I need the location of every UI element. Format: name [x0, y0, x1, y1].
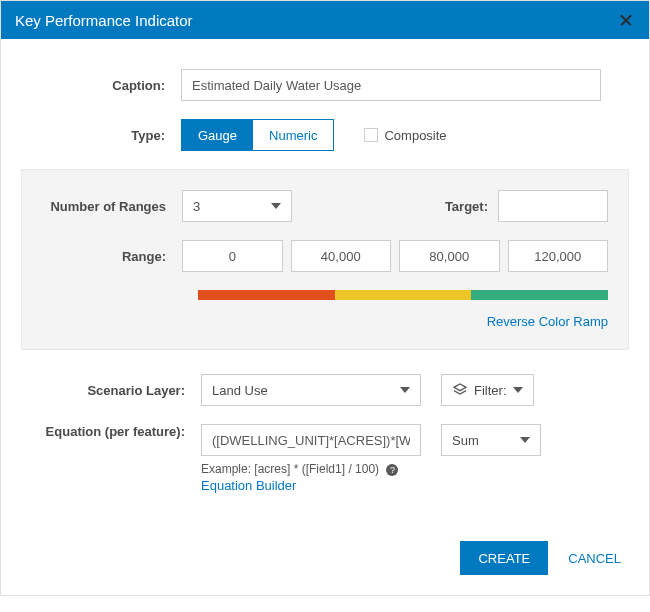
dialog-content: Caption: Type: Gauge Numeric Composite N…	[1, 39, 649, 521]
type-toggle: Gauge Numeric	[181, 119, 334, 151]
type-numeric-button[interactable]: Numeric	[253, 120, 333, 150]
equation-input[interactable]	[201, 424, 421, 456]
create-button[interactable]: CREATE	[460, 541, 548, 575]
layers-icon	[452, 382, 468, 398]
aggregation-value: Sum	[452, 433, 479, 448]
target-label: Target:	[445, 199, 488, 214]
type-label: Type:	[21, 128, 181, 143]
ramp-segment-1	[335, 290, 472, 300]
num-ranges-select[interactable]: 3	[182, 190, 292, 222]
ramp-segment-0	[198, 290, 335, 300]
caption-input[interactable]	[181, 69, 601, 101]
kpi-dialog: Key Performance Indicator Caption: Type:…	[0, 0, 650, 596]
help-icon[interactable]: ?	[386, 464, 398, 476]
equation-builder-link[interactable]: Equation Builder	[201, 478, 296, 493]
scenario-layer-select[interactable]: Land Use	[201, 374, 421, 406]
scenario-layer-value: Land Use	[212, 383, 268, 398]
chevron-down-icon	[520, 437, 530, 443]
chevron-down-icon	[400, 387, 410, 393]
cancel-button[interactable]: CANCEL	[560, 551, 629, 566]
aggregation-select[interactable]: Sum	[441, 424, 541, 456]
title-bar: Key Performance Indicator	[1, 1, 649, 39]
caption-label: Caption:	[21, 78, 181, 93]
chevron-down-icon	[513, 387, 523, 393]
color-ramp	[198, 290, 608, 300]
range-input-2[interactable]	[399, 240, 500, 272]
range-input-1[interactable]	[291, 240, 392, 272]
dialog-title: Key Performance Indicator	[15, 12, 193, 29]
ramp-segment-2	[471, 290, 608, 300]
range-input-0[interactable]	[182, 240, 283, 272]
filter-label: Filter:	[474, 383, 507, 398]
close-icon[interactable]	[617, 11, 635, 29]
chevron-down-icon	[271, 203, 281, 209]
num-ranges-label: Number of Ranges	[42, 199, 182, 214]
composite-checkbox[interactable]: Composite	[364, 128, 446, 143]
gauge-panel: Number of Ranges 3 Target: Range:	[21, 169, 629, 350]
composite-label: Composite	[384, 128, 446, 143]
equation-example: Example: [acres] * ([Field1] / 100)	[201, 462, 379, 476]
range-input-3[interactable]	[508, 240, 609, 272]
type-gauge-button[interactable]: Gauge	[182, 120, 253, 150]
dialog-buttons: CREATE CANCEL	[1, 521, 649, 595]
filter-button[interactable]: Filter:	[441, 374, 534, 406]
range-label: Range:	[42, 249, 182, 264]
scenario-layer-label: Scenario Layer:	[21, 383, 201, 398]
checkbox-icon	[364, 128, 378, 142]
target-input[interactable]	[498, 190, 608, 222]
num-ranges-value: 3	[193, 199, 200, 214]
equation-label: Equation (per feature):	[21, 424, 201, 441]
reverse-ramp-link[interactable]: Reverse Color Ramp	[487, 314, 608, 329]
